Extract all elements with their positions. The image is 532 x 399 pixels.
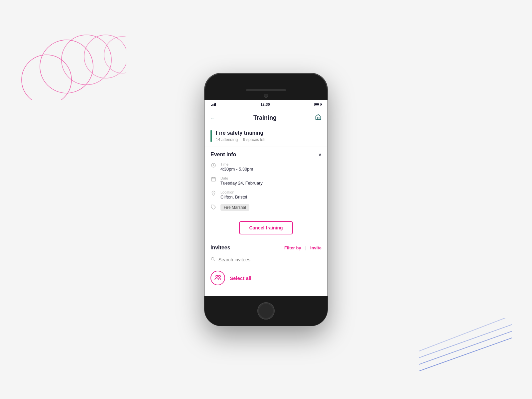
event-info: Fire safety training 14 attending 9 spac… bbox=[216, 130, 322, 142]
phone-bottom bbox=[204, 296, 328, 326]
svg-point-4 bbox=[104, 37, 126, 73]
decorative-lines bbox=[419, 318, 512, 372]
event-title: Fire safety training bbox=[216, 130, 322, 136]
status-bar: 12:30 bbox=[204, 100, 328, 109]
status-time: 12:30 bbox=[216, 102, 314, 106]
search-icon bbox=[210, 257, 215, 262]
svg-line-5 bbox=[419, 338, 512, 371]
home-button[interactable] bbox=[257, 302, 275, 320]
status-signal bbox=[211, 103, 216, 106]
signal-bars bbox=[211, 103, 216, 106]
location-value: Clifton, Bristol bbox=[220, 195, 247, 200]
invitees-title: Invitees bbox=[210, 245, 230, 251]
search-invitees-input[interactable] bbox=[218, 257, 322, 262]
svg-point-16 bbox=[211, 257, 214, 260]
event-meta: 14 attending 9 spaces left bbox=[216, 137, 322, 142]
search-bar bbox=[204, 254, 328, 266]
phone-camera bbox=[264, 94, 268, 98]
event-card: Fire safety training 14 attending 9 spac… bbox=[204, 126, 328, 147]
event-info-title: Event info bbox=[210, 152, 236, 158]
time-row: Time 4:30pm - 5.30pm bbox=[210, 162, 322, 172]
select-all-label: Select all bbox=[230, 275, 251, 281]
invite-button[interactable]: Invite bbox=[310, 245, 322, 250]
calendar-icon bbox=[210, 177, 216, 183]
svg-point-3 bbox=[84, 35, 126, 78]
time-detail: Time 4:30pm - 5.30pm bbox=[220, 162, 253, 172]
location-label: Location bbox=[220, 190, 247, 194]
phone-screen: ← Training Fire safety training 14 atten… bbox=[204, 109, 328, 296]
phone-speaker bbox=[246, 89, 286, 91]
svg-line-8 bbox=[419, 318, 505, 351]
invitees-actions: Filter by | Invite bbox=[284, 245, 322, 250]
invitees-header: Invitees Filter by | Invite bbox=[204, 240, 328, 254]
tag-icon bbox=[210, 204, 216, 211]
svg-line-7 bbox=[419, 325, 512, 358]
tag-row: Fire Marshal bbox=[210, 204, 322, 211]
clock-icon bbox=[210, 163, 216, 169]
cancel-button-wrapper: Cancel training bbox=[204, 218, 328, 240]
back-button[interactable]: ← bbox=[210, 115, 215, 121]
svg-line-17 bbox=[214, 260, 215, 261]
app-header: ← Training bbox=[204, 109, 328, 126]
location-row: Location Clifton, Bristol bbox=[210, 190, 322, 200]
svg-rect-10 bbox=[211, 178, 215, 181]
phone-shell: 12:30 ← Training Fire safe bbox=[204, 73, 328, 326]
fire-marshal-badge: Fire Marshal bbox=[220, 204, 249, 211]
location-detail: Location Clifton, Bristol bbox=[220, 190, 247, 200]
time-value: 4:30pm - 5.30pm bbox=[220, 167, 253, 172]
event-info-section-header[interactable]: Event info ∨ bbox=[204, 147, 328, 162]
attending-count: 14 attending bbox=[216, 137, 238, 142]
svg-point-14 bbox=[213, 192, 214, 193]
svg-point-1 bbox=[40, 40, 93, 93]
svg-point-2 bbox=[62, 35, 111, 85]
svg-point-0 bbox=[22, 55, 71, 100]
tag-detail: Fire Marshal bbox=[220, 204, 249, 211]
action-divider: | bbox=[305, 245, 306, 250]
cancel-training-button[interactable]: Cancel training bbox=[239, 221, 293, 234]
time-label: Time bbox=[220, 162, 253, 166]
back-arrow-icon: ← bbox=[210, 115, 215, 121]
svg-point-18 bbox=[216, 275, 218, 277]
select-all-avatar bbox=[210, 271, 225, 285]
date-row: Date Tuesday 24, February bbox=[210, 176, 322, 186]
page-title: Training bbox=[253, 114, 277, 121]
status-right bbox=[314, 103, 321, 106]
date-label: Date bbox=[220, 176, 263, 180]
date-detail: Date Tuesday 24, February bbox=[220, 176, 263, 186]
filter-by-button[interactable]: Filter by bbox=[284, 245, 301, 250]
event-accent-bar bbox=[210, 130, 212, 142]
phone-top bbox=[204, 73, 328, 100]
location-pin-icon bbox=[210, 191, 216, 197]
chevron-down-icon: ∨ bbox=[318, 152, 322, 157]
decorative-circles bbox=[20, 27, 126, 101]
event-detail-rows: Time 4:30pm - 5.30pm Date Tuesday 24, bbox=[204, 162, 328, 218]
battery-icon bbox=[314, 103, 321, 106]
select-all-row[interactable]: Select all bbox=[204, 266, 328, 290]
svg-point-19 bbox=[218, 275, 220, 277]
date-value: Tuesday 24, February bbox=[220, 181, 263, 186]
home-icon[interactable] bbox=[315, 114, 322, 122]
svg-line-6 bbox=[419, 331, 512, 364]
spaces-left: 9 spaces left bbox=[243, 137, 265, 142]
